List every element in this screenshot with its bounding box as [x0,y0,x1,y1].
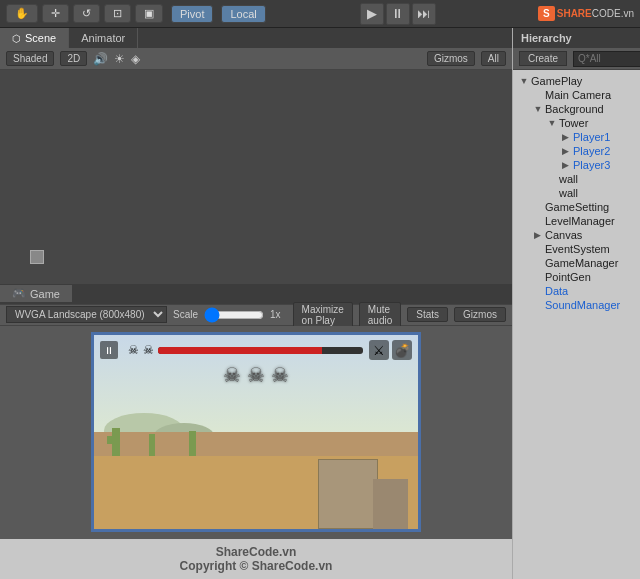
hierarchy-item-wall2[interactable]: wall [513,186,640,200]
tree-label-eventsystem: EventSystem [545,243,610,255]
health-bar [158,347,363,354]
mid-ground-layer [94,432,418,455]
scene-toolbar: Shaded 2D 🔊 ☀ ◈ Gizmos All [0,48,512,70]
animator-tab[interactable]: Animator [69,28,138,48]
scene-tab-label: Scene [25,32,56,44]
hierarchy-panel: Hierarchy Create ▼GamePlayMain Camera▼Ba… [512,28,640,579]
watermark-bar: ShareCode.vn Copyright © ShareCode.vn [0,539,512,579]
game-panel-toolbar: WVGA Landscape (800x480) Scale 1x Maximi… [0,304,512,326]
watermark-line1: ShareCode.vn [216,545,297,559]
step-button[interactable]: ⏭ [412,3,436,25]
effects-icon: ◈ [131,52,140,66]
game-pause-btn[interactable]: ⏸ [100,341,118,359]
mode-2d-button[interactable]: 2D [60,51,87,66]
tree-arrow-player1: ▶ [559,132,573,142]
all-dropdown[interactable]: All [481,51,506,66]
tree-label-player2: Player2 [573,145,610,157]
hierarchy-item-pointgen[interactable]: PointGen [513,270,640,284]
animator-tab-label: Animator [81,32,125,44]
tree-label-gamemanager: GameManager [545,257,618,269]
cactus-2 [149,434,155,456]
hierarchy-item-gameplay[interactable]: ▼GamePlay [513,74,640,88]
rect-tool-button[interactable]: ▣ [135,4,163,23]
create-button[interactable]: Create [519,51,567,66]
tree-label-canvas: Canvas [545,229,582,241]
hierarchy-item-wall1[interactable]: wall [513,172,640,186]
maximize-on-play-button[interactable]: Maximize on Play [293,302,353,328]
tree-arrow-gameplay: ▼ [517,76,531,86]
weapon-icon-2: 💣 [392,340,412,360]
logo-text: SHARE [557,8,592,19]
hierarchy-item-data[interactable]: Data [513,284,640,298]
hierarchy-item-player1[interactable]: ▶Player1 [513,130,640,144]
scale-value: 1x [270,309,281,320]
hierarchy-item-gamemanager[interactable]: GameManager [513,256,640,270]
tree-arrow-player2: ▶ [559,146,573,156]
hierarchy-item-soundmanager[interactable]: SoundManager [513,298,640,312]
tree-label-maincamera: Main Camera [545,89,611,101]
game-tab-label: Game [30,288,60,300]
tree-label-player1: Player1 [573,131,610,143]
tree-label-tower: Tower [559,117,588,129]
tree-label-player3: Player3 [573,159,610,171]
cactus-3 [189,431,196,456]
mute-audio-button[interactable]: Mute audio [359,302,401,328]
tree-label-soundmanager: SoundManager [545,299,620,311]
scale-label: Scale [173,309,198,320]
lighting-icon: ☀ [114,52,125,66]
tool-icons: ✋ ✛ ↺ ⊡ ▣ [6,4,163,23]
hierarchy-item-player3[interactable]: ▶Player3 [513,158,640,172]
hierarchy-item-levelmanager[interactable]: LevelManager [513,214,640,228]
building-2 [373,479,408,529]
logo-icon: S [538,6,555,21]
play-button[interactable]: ▶ [360,3,384,25]
weapon-icon-1: ⚔ [369,340,389,360]
watermark-line2: Copyright © ShareCode.vn [180,559,333,573]
hierarchy-item-gamesetting[interactable]: GameSetting [513,200,640,214]
main-toolbar: ✋ ✛ ↺ ⊡ ▣ Pivot Local ▶ ⏸ ⏭ S SHARE CODE… [0,0,640,28]
tree-arrow-player3: ▶ [559,160,573,170]
building-1 [318,459,378,529]
health-fill [158,347,322,354]
health-icon: ☠ [128,343,139,357]
hierarchy-toolbar: Create [513,48,640,70]
local-button[interactable]: Local [221,5,265,23]
tree-label-pointgen: PointGen [545,271,591,283]
scene-object-indicator [30,250,44,264]
resolution-dropdown[interactable]: WVGA Landscape (800x480) [6,306,167,323]
tree-label-wall2: wall [559,187,578,199]
scene-icon: ⬡ [12,33,21,44]
hierarchy-item-tower[interactable]: ▼Tower [513,116,640,130]
scene-animator-tab-bar: ⬡ Scene Animator [0,28,512,48]
health-bar-container: ☠ ☠ [128,343,363,357]
hierarchy-item-canvas[interactable]: ▶Canvas [513,228,640,242]
tree-arrow-tower: ▼ [545,118,559,128]
hierarchy-item-player2[interactable]: ▶Player2 [513,144,640,158]
scale-tool-button[interactable]: ⊡ [104,4,131,23]
logo-area: S SHARE CODE.vn [538,6,634,21]
rotate-tool-button[interactable]: ↺ [73,4,100,23]
scale-slider[interactable] [204,307,264,323]
hierarchy-item-maincamera[interactable]: Main Camera [513,88,640,102]
hierarchy-tree: ▼GamePlayMain Camera▼Background▼Tower▶Pl… [513,70,640,579]
gizmos-dropdown[interactable]: Gizmos [427,51,475,66]
tree-label-background: Background [545,103,604,115]
pivot-button[interactable]: Pivot [171,5,213,23]
move-tool-button[interactable]: ✛ [42,4,69,23]
hand-tool-button[interactable]: ✋ [6,4,38,23]
tree-arrow-background: ▼ [531,104,545,114]
skull-enemy-2: ☠ [247,363,265,387]
scene-viewport[interactable] [0,70,512,284]
hierarchy-item-eventsystem[interactable]: EventSystem [513,242,640,256]
hierarchy-search[interactable] [573,51,640,67]
game-tab[interactable]: 🎮 Game [0,285,72,302]
stats-button[interactable]: Stats [407,307,448,322]
shaded-dropdown[interactable]: Shaded [6,51,54,66]
hierarchy-item-background[interactable]: ▼Background [513,102,640,116]
game-ui-overlay: ⏸ ☠ ☠ ⚔ 💣 [94,335,418,365]
scene-tab[interactable]: ⬡ Scene [0,28,69,48]
gizmos-game-button[interactable]: Gizmos [454,307,506,322]
pause-button[interactable]: ⏸ [386,3,410,25]
game-preview-screen: ⏸ ☠ ☠ ⚔ 💣 ☠ ☠ [91,332,421,532]
tree-label-wall1: wall [559,173,578,185]
